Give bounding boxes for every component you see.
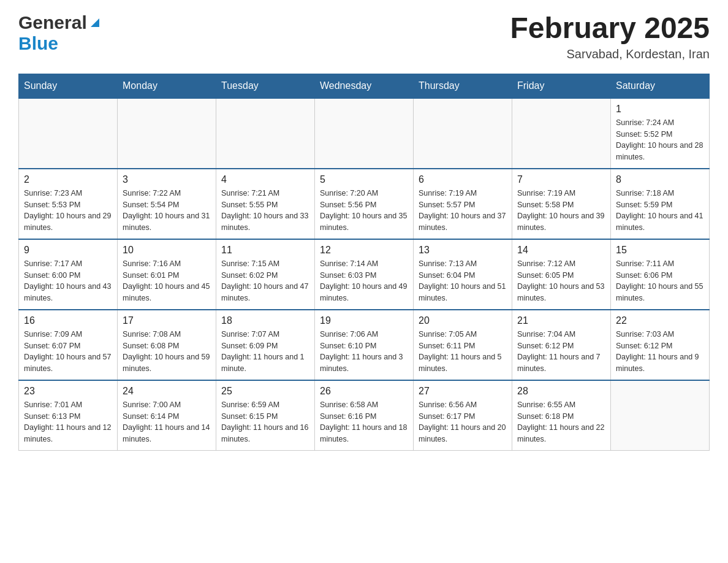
day-info: Sunrise: 7:17 AMSunset: 6:00 PMDaylight:… [24,258,112,304]
day-info: Sunrise: 7:14 AMSunset: 6:03 PMDaylight:… [320,258,408,304]
calendar-cell [611,380,710,451]
calendar-cell: 3Sunrise: 7:22 AMSunset: 5:54 PMDaylight… [118,169,216,239]
calendar-week-row: 23Sunrise: 7:01 AMSunset: 6:13 PMDayligh… [19,380,710,451]
day-number: 15 [616,245,704,256]
day-number: 12 [320,245,408,256]
calendar-week-row: 9Sunrise: 7:17 AMSunset: 6:00 PMDaylight… [19,239,710,310]
calendar-week-row: 1Sunrise: 7:24 AMSunset: 5:52 PMDaylight… [19,98,710,169]
day-number: 25 [221,386,309,397]
calendar-cell: 1Sunrise: 7:24 AMSunset: 5:52 PMDaylight… [611,98,710,169]
calendar-cell: 15Sunrise: 7:11 AMSunset: 6:06 PMDayligh… [611,239,710,310]
day-info: Sunrise: 7:24 AMSunset: 5:52 PMDaylight:… [616,117,704,163]
calendar-cell: 12Sunrise: 7:14 AMSunset: 6:03 PMDayligh… [315,239,414,310]
calendar-cell: 27Sunrise: 6:56 AMSunset: 6:17 PMDayligh… [414,380,512,451]
day-number: 23 [24,386,112,397]
day-number: 18 [221,315,309,326]
weekday-header-saturday: Saturday [611,74,710,98]
calendar-cell: 21Sunrise: 7:04 AMSunset: 6:12 PMDayligh… [512,310,611,380]
calendar-cell: 18Sunrise: 7:07 AMSunset: 6:09 PMDayligh… [216,310,315,380]
calendar-cell: 9Sunrise: 7:17 AMSunset: 6:00 PMDaylight… [19,239,118,310]
calendar-cell: 19Sunrise: 7:06 AMSunset: 6:10 PMDayligh… [315,310,414,380]
calendar-cell: 20Sunrise: 7:05 AMSunset: 6:11 PMDayligh… [414,310,512,380]
day-info: Sunrise: 7:09 AMSunset: 6:07 PMDaylight:… [24,329,112,375]
calendar-cell [414,98,512,169]
calendar-cell: 2Sunrise: 7:23 AMSunset: 5:53 PMDaylight… [19,169,118,239]
weekday-header-sunday: Sunday [19,74,118,98]
calendar-cell: 13Sunrise: 7:13 AMSunset: 6:04 PMDayligh… [414,239,512,310]
day-info: Sunrise: 7:08 AMSunset: 6:08 PMDaylight:… [123,329,211,375]
weekday-header-row: SundayMondayTuesdayWednesdayThursdayFrid… [19,74,710,98]
day-number: 7 [517,174,605,185]
day-info: Sunrise: 7:06 AMSunset: 6:10 PMDaylight:… [320,329,408,375]
calendar-cell: 25Sunrise: 6:59 AMSunset: 6:15 PMDayligh… [216,380,315,451]
calendar-cell: 17Sunrise: 7:08 AMSunset: 6:08 PMDayligh… [118,310,216,380]
day-number: 1 [616,104,704,115]
calendar-cell: 14Sunrise: 7:12 AMSunset: 6:05 PMDayligh… [512,239,611,310]
calendar-body: 1Sunrise: 7:24 AMSunset: 5:52 PMDaylight… [19,98,710,451]
day-number: 22 [616,315,704,326]
calendar-cell: 4Sunrise: 7:21 AMSunset: 5:55 PMDaylight… [216,169,315,239]
day-info: Sunrise: 7:15 AMSunset: 6:02 PMDaylight:… [221,258,309,304]
day-info: Sunrise: 7:22 AMSunset: 5:54 PMDaylight:… [123,188,211,234]
day-info: Sunrise: 7:16 AMSunset: 6:01 PMDaylight:… [123,258,211,304]
day-number: 2 [24,174,112,185]
day-number: 8 [616,174,704,185]
day-number: 14 [517,245,605,256]
day-number: 24 [123,386,211,397]
calendar-cell: 7Sunrise: 7:19 AMSunset: 5:58 PMDaylight… [512,169,611,239]
calendar-cell: 10Sunrise: 7:16 AMSunset: 6:01 PMDayligh… [118,239,216,310]
calendar-cell [216,98,315,169]
day-number: 17 [123,315,211,326]
day-info: Sunrise: 7:00 AMSunset: 6:14 PMDaylight:… [123,399,211,445]
day-number: 27 [419,386,507,397]
day-info: Sunrise: 6:55 AMSunset: 6:18 PMDaylight:… [517,399,605,445]
calendar-cell: 16Sunrise: 7:09 AMSunset: 6:07 PMDayligh… [19,310,118,380]
day-info: Sunrise: 7:21 AMSunset: 5:55 PMDaylight:… [221,188,309,234]
month-title: February 2025 [510,12,710,45]
calendar-cell: 22Sunrise: 7:03 AMSunset: 6:12 PMDayligh… [611,310,710,380]
day-number: 26 [320,386,408,397]
day-info: Sunrise: 7:04 AMSunset: 6:12 PMDaylight:… [517,329,605,375]
logo-blue-text: Blue [18,33,58,54]
day-info: Sunrise: 7:23 AMSunset: 5:53 PMDaylight:… [24,188,112,234]
day-info: Sunrise: 7:05 AMSunset: 6:11 PMDaylight:… [419,329,507,375]
day-number: 3 [123,174,211,185]
weekday-header-tuesday: Tuesday [216,74,315,98]
calendar-cell [512,98,611,169]
day-number: 19 [320,315,408,326]
calendar-cell: 8Sunrise: 7:18 AMSunset: 5:59 PMDaylight… [611,169,710,239]
calendar-cell: 28Sunrise: 6:55 AMSunset: 6:18 PMDayligh… [512,380,611,451]
calendar-cell: 23Sunrise: 7:01 AMSunset: 6:13 PMDayligh… [19,380,118,451]
day-info: Sunrise: 7:19 AMSunset: 5:57 PMDaylight:… [419,188,507,234]
day-info: Sunrise: 6:56 AMSunset: 6:17 PMDaylight:… [419,399,507,445]
day-info: Sunrise: 6:58 AMSunset: 6:16 PMDaylight:… [320,399,408,445]
day-number: 28 [517,386,605,397]
day-info: Sunrise: 7:20 AMSunset: 5:56 PMDaylight:… [320,188,408,234]
day-number: 13 [419,245,507,256]
calendar-cell: 5Sunrise: 7:20 AMSunset: 5:56 PMDaylight… [315,169,414,239]
calendar-cell [19,98,118,169]
weekday-header-friday: Friday [512,74,611,98]
svg-marker-0 [91,18,99,27]
day-info: Sunrise: 7:19 AMSunset: 5:58 PMDaylight:… [517,188,605,234]
day-info: Sunrise: 7:01 AMSunset: 6:13 PMDaylight:… [24,399,112,445]
calendar-cell: 24Sunrise: 7:00 AMSunset: 6:14 PMDayligh… [118,380,216,451]
weekday-header-monday: Monday [118,74,216,98]
weekday-header-wednesday: Wednesday [315,74,414,98]
weekday-header-thursday: Thursday [414,74,512,98]
logo: General Blue [18,12,99,54]
calendar-week-row: 2Sunrise: 7:23 AMSunset: 5:53 PMDaylight… [19,169,710,239]
calendar-cell [315,98,414,169]
day-info: Sunrise: 7:18 AMSunset: 5:59 PMDaylight:… [616,188,704,234]
logo-triangle-icon [88,16,99,29]
calendar-cell: 6Sunrise: 7:19 AMSunset: 5:57 PMDaylight… [414,169,512,239]
day-number: 10 [123,245,211,256]
day-info: Sunrise: 7:11 AMSunset: 6:06 PMDaylight:… [616,258,704,304]
day-info: Sunrise: 7:07 AMSunset: 6:09 PMDaylight:… [221,329,309,375]
calendar-cell: 11Sunrise: 7:15 AMSunset: 6:02 PMDayligh… [216,239,315,310]
day-number: 20 [419,315,507,326]
calendar-cell: 26Sunrise: 6:58 AMSunset: 6:16 PMDayligh… [315,380,414,451]
day-number: 9 [24,245,112,256]
day-info: Sunrise: 7:12 AMSunset: 6:05 PMDaylight:… [517,258,605,304]
day-info: Sunrise: 7:13 AMSunset: 6:04 PMDaylight:… [419,258,507,304]
